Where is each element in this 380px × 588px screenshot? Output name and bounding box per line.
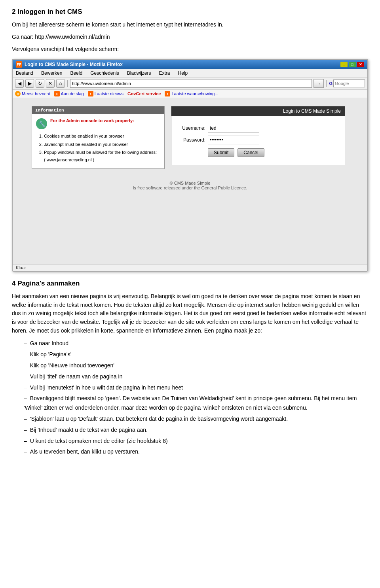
bullet-3: Klik op 'Nieuwe inhoud toevoegen' bbox=[24, 361, 368, 371]
bullet-9: U kunt de tekst opmaken met de editor (z… bbox=[24, 437, 368, 446]
browser-statusbar: Klaar bbox=[13, 264, 367, 271]
bullet-2: Klik op 'Pagina's' bbox=[24, 350, 368, 359]
info-address: ( www.jansenrecycling.nl ) bbox=[44, 157, 94, 162]
bookmark-govcert[interactable]: GovCert service bbox=[127, 91, 161, 96]
rss-icon-1: ● bbox=[54, 91, 60, 96]
maximize-button[interactable]: □ bbox=[349, 62, 356, 67]
browser-menubar: Bestand Bewerken Beeld Geschiedenis Blad… bbox=[13, 69, 367, 78]
bullet-8: Bij 'Inhoud' maakt u de tekst van de pag… bbox=[24, 425, 368, 435]
stop-button[interactable]: ✕ bbox=[46, 79, 55, 88]
login-panel-body: Username: Password: Submit Cancel bbox=[171, 116, 345, 165]
separator2 bbox=[326, 80, 327, 87]
govcert-label: GovCert service bbox=[127, 91, 161, 96]
google-label: G bbox=[329, 81, 332, 86]
info-list: Cookies must be enabled in your browser … bbox=[44, 132, 160, 164]
close-button[interactable]: ✕ bbox=[357, 62, 364, 67]
section2-url: Ga naar: http://www.uwdomein.nl/admin bbox=[12, 33, 368, 41]
section4-heading: 4 Pagina's aanmaken bbox=[12, 280, 368, 287]
rss-icon-3: ● bbox=[165, 91, 170, 96]
bookmark-laatste-waarschuwing[interactable]: ● Laatste waarschuwing... bbox=[165, 91, 218, 96]
separator bbox=[67, 80, 68, 87]
login-panel: Login to CMS Made Simple Username: Passw… bbox=[171, 106, 345, 165]
section4-bullets: Ga naar Inhoud Klik op 'Pagina's' Klik o… bbox=[24, 339, 368, 457]
home-button[interactable]: ⌂ bbox=[56, 79, 65, 88]
google-search-box: G bbox=[329, 79, 365, 87]
menu-bestand[interactable]: Bestand bbox=[15, 70, 34, 76]
info-panel: Information 🔧 For the Admin console to w… bbox=[32, 106, 165, 169]
info-warning: 🔧 For the Admin console to work properly… bbox=[36, 118, 160, 129]
star-icon: ★ bbox=[15, 91, 21, 96]
browser-toolbar: ◀ ▶ ↻ ✕ ⌂ → G bbox=[13, 78, 367, 90]
bullet-5: Vul bij 'menutekst' in hoe u wilt dat de… bbox=[24, 383, 368, 393]
username-input[interactable] bbox=[208, 124, 259, 132]
warning-text: For the Admin console to work properly: bbox=[50, 118, 134, 123]
browser-window: FF Login to CMS Made Simple - Mozilla Fi… bbox=[12, 59, 368, 272]
section2-screen-intro: Vervolgens verschijnt het volgende scher… bbox=[12, 45, 368, 53]
password-input[interactable] bbox=[208, 136, 259, 144]
info-item-1: Cookies must be enabled in your browser bbox=[44, 132, 160, 140]
browser-content: Information 🔧 For the Admin console to w… bbox=[13, 98, 367, 264]
menu-extra[interactable]: Extra bbox=[158, 70, 171, 76]
menu-help[interactable]: Help bbox=[177, 70, 189, 76]
info-panel-header: Information bbox=[32, 106, 164, 114]
address-bar[interactable] bbox=[70, 79, 312, 88]
bookmark-meest-bezocht[interactable]: ★ Meest bezocht bbox=[15, 91, 50, 96]
bullet-10: Als u tevreden bent, dan klikt u op vers… bbox=[24, 447, 368, 457]
login-panel-header: Login to CMS Made Simple bbox=[171, 106, 345, 116]
forward-button[interactable]: ▶ bbox=[25, 79, 34, 88]
cms-layout: Information 🔧 For the Admin console to w… bbox=[32, 106, 348, 169]
status-text: Klaar bbox=[16, 265, 26, 270]
section2-heading: 2 Inloggen in het CMS bbox=[12, 8, 368, 16]
password-row: Password: bbox=[178, 136, 338, 144]
bookmarks-bar: ★ Meest bezocht ● Aan de slag ● Laatste … bbox=[13, 90, 367, 98]
section4-para1: Het aanmaken van een nieuwe pagina is vr… bbox=[12, 292, 368, 335]
menu-geschiedenis[interactable]: Geschiedenis bbox=[89, 70, 120, 76]
google-input[interactable] bbox=[333, 79, 365, 87]
wrench-icon: 🔧 bbox=[36, 118, 47, 129]
menu-bladwijzers[interactable]: Bladwijzers bbox=[126, 70, 152, 76]
footer-line2: Is free software released under the Gene… bbox=[32, 185, 348, 190]
browser-titlebar: FF Login to CMS Made Simple - Mozilla Fi… bbox=[13, 60, 367, 69]
info-item-3: Popup windows must be allowed for the fo… bbox=[44, 149, 160, 163]
firefox-icon: FF bbox=[16, 61, 22, 68]
section2-intro: Om bij het allereerste scherm te komen s… bbox=[12, 21, 368, 29]
go-button[interactable]: → bbox=[314, 79, 324, 88]
menu-bewerken[interactable]: Bewerken bbox=[40, 70, 63, 76]
bookmark-aan-de-slag[interactable]: ● Aan de slag bbox=[54, 91, 84, 96]
reload-button[interactable]: ↻ bbox=[36, 79, 44, 88]
bullet-4: Vul bij 'titel' de naam van de pagina in bbox=[24, 372, 368, 382]
bookmark-laatste-nieuws[interactable]: ● Laatste nieuws bbox=[88, 91, 124, 96]
cancel-button[interactable]: Cancel bbox=[238, 148, 264, 157]
bullet-7: 'Sjabloon' laat u op 'Default' staan. Da… bbox=[24, 414, 368, 424]
username-label: Username: bbox=[178, 125, 205, 131]
password-label: Password: bbox=[178, 137, 205, 143]
info-item-2: Javascript must be enabled in your brows… bbox=[44, 141, 160, 148]
browser-footer: © CMS Made Simple Is free software relea… bbox=[32, 181, 348, 190]
username-row: Username: bbox=[178, 124, 338, 132]
bullet-1: Ga naar Inhoud bbox=[24, 339, 368, 348]
minimize-button[interactable]: _ bbox=[340, 62, 348, 67]
titlebar-left: FF Login to CMS Made Simple - Mozilla Fi… bbox=[16, 61, 123, 68]
bullet-6: Bovenliggend blijft meestal op 'geen'. D… bbox=[24, 394, 368, 413]
login-buttons: Submit Cancel bbox=[208, 148, 338, 157]
info-panel-body: 🔧 For the Admin console to work properly… bbox=[32, 114, 164, 168]
titlebar-buttons: _ □ ✕ bbox=[340, 62, 364, 67]
submit-button[interactable]: Submit bbox=[208, 148, 234, 157]
back-button[interactable]: ◀ bbox=[15, 79, 24, 88]
footer-line1: © CMS Made Simple bbox=[32, 181, 348, 185]
rss-icon-2: ● bbox=[88, 91, 93, 96]
menu-beeld[interactable]: Beeld bbox=[69, 70, 83, 76]
browser-title: Login to CMS Made Simple - Mozilla Firef… bbox=[25, 62, 123, 67]
